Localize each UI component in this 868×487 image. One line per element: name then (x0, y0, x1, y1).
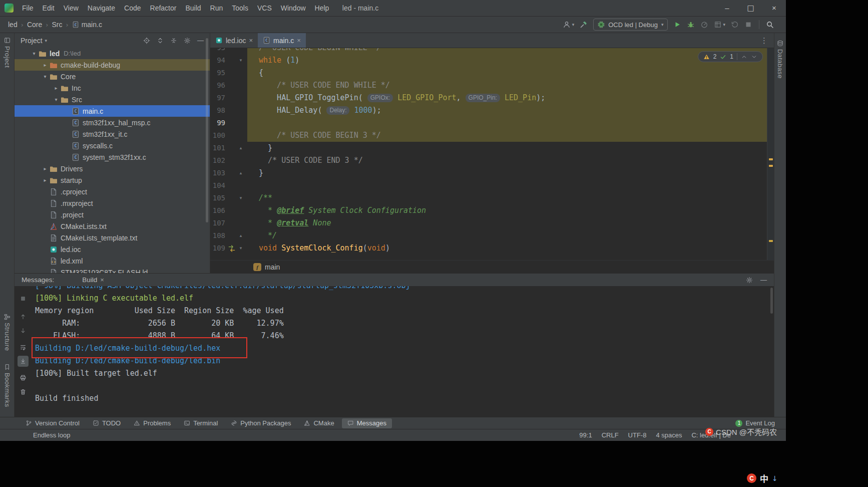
gutter-line-99[interactable]: 99 (210, 117, 247, 129)
toolwindow-button-problems[interactable]: Problems (128, 418, 176, 428)
status-widget[interactable]: CRLF (602, 431, 619, 439)
tree-item-led.xml[interactable]: led.xml (15, 255, 210, 267)
chevron-right-icon[interactable]: ▸ (41, 177, 50, 183)
menu-help[interactable]: Help (310, 0, 334, 16)
toolwindow-button-python-packages[interactable]: Python Packages (225, 418, 296, 428)
close-icon[interactable]: × (100, 277, 104, 283)
gutter-line-94[interactable]: 94▾ (210, 54, 247, 67)
tree-scrollbar[interactable] (206, 38, 208, 222)
menu-window[interactable]: Window (276, 0, 310, 16)
debug-button[interactable] (687, 21, 695, 29)
warning-count[interactable]: 2 (713, 53, 717, 60)
stripe-button-bookmarks[interactable]: Bookmarks (0, 364, 14, 407)
fold-marker-icon[interactable]: ▾ (236, 192, 245, 204)
tree-item-stm32f1xx_it.c[interactable]: Cstm32f1xx_it.c (15, 128, 210, 140)
gutter-line-93[interactable]: 93 (210, 48, 247, 54)
tree-item-led[interactable]: ▾ledD:\led (15, 48, 210, 59)
gutter-line-96[interactable]: 96 (210, 79, 247, 92)
gutter-line-100[interactable]: 100 (210, 129, 247, 142)
menu-view[interactable]: View (59, 0, 83, 16)
breadcrumb-item-Src[interactable]: Src (52, 21, 62, 29)
toolwindow-button-terminal[interactable]: Terminal (178, 418, 223, 428)
editor-tab-main.c[interactable]: Cmain.c× (258, 33, 306, 48)
gutter-line-103[interactable]: 103▴ (210, 167, 247, 179)
tree-item-CMakeLists.txt[interactable]: CMakeLists.txt (15, 220, 210, 232)
breadcrumb-function[interactable]: main (265, 263, 280, 271)
chevron-right-icon[interactable]: ▸ (52, 85, 61, 91)
tree-item-.project[interactable]: .project (15, 209, 210, 220)
gutter-line-108[interactable]: 108▴ (210, 229, 247, 242)
stripe-button-database[interactable]: Database (774, 40, 786, 79)
toolwindow-button-version-control[interactable]: Version Control (20, 418, 85, 428)
gutter-line-105[interactable]: 105▾ (210, 192, 247, 204)
rerun-icon[interactable] (731, 21, 739, 29)
fold-marker-icon[interactable]: ▾ (236, 242, 245, 255)
build-console[interactable]: [ 98%] Building ASM object CMakeFiles/le… (31, 286, 769, 417)
chevron-down-icon[interactable]: ▾ (30, 51, 39, 56)
tree-item-CMakeLists_template.txt[interactable]: CMakeLists_template.txt (15, 232, 210, 243)
up-arrow-button[interactable] (18, 311, 29, 322)
next-issue-icon[interactable] (751, 54, 757, 60)
fold-marker-icon[interactable]: ▾ (236, 54, 245, 67)
menu-file[interactable]: File (18, 0, 38, 16)
breadcrumb-item-Core[interactable]: Core (27, 21, 42, 29)
menu-tools[interactable]: Tools (227, 0, 253, 16)
maximize-button[interactable]: □ (739, 0, 762, 16)
tree-item-Core[interactable]: ▾Core (15, 71, 210, 82)
expand-collapse-icon[interactable] (157, 37, 164, 44)
profiler-button[interactable] (700, 21, 708, 29)
stop-button[interactable] (744, 21, 752, 29)
gear-icon[interactable] (184, 37, 191, 44)
editor-body[interactable]: 93/* USER CODE BEGIN WHILE */94▾while (1… (210, 48, 774, 260)
close-icon[interactable]: × (249, 37, 253, 44)
down-arrow-button[interactable] (18, 325, 29, 336)
menu-code[interactable]: Code (120, 0, 145, 16)
minimize-button[interactable]: – (715, 0, 739, 16)
gutter-line-102[interactable]: 102 (210, 154, 247, 167)
warning-mark[interactable] (769, 158, 773, 160)
gear-icon[interactable] (746, 277, 753, 284)
toolwindow-button-todo[interactable]: TODO (87, 418, 126, 428)
gutter-line-109[interactable]: 109▾ (210, 242, 247, 255)
menu-run[interactable]: Run (206, 0, 228, 16)
run-configuration-select[interactable]: OCD led | Debug ▾ (593, 19, 668, 31)
clear-all-button[interactable] (18, 386, 29, 397)
gutter-line-107[interactable]: 107 (210, 217, 247, 229)
tree-item-syscalls.c[interactable]: Csyscalls.c (15, 140, 210, 151)
locate-file-icon[interactable] (143, 37, 150, 44)
editor-tab-led.ioc[interactable]: led.ioc× (210, 33, 258, 48)
close-button[interactable]: × (762, 0, 786, 16)
breadcrumb-item-main.c[interactable]: Cmain.c (72, 21, 102, 29)
build-hammer-icon[interactable] (580, 21, 588, 29)
tree-item-stm32f1xx_hal_msp.c[interactable]: Cstm32f1xx_hal_msp.c (15, 117, 210, 128)
print-button[interactable] (18, 372, 29, 383)
related-symbol-icon[interactable] (227, 242, 236, 255)
breadcrumb-item-led[interactable]: led (8, 21, 18, 29)
coverage-menu[interactable]: ▾ (714, 21, 725, 29)
run-button[interactable] (673, 21, 681, 29)
tree-item-Drivers[interactable]: ▸Drivers (15, 163, 210, 174)
user-menu[interactable]: ▾ (563, 21, 575, 29)
chevron-right-icon[interactable]: ▸ (41, 62, 50, 68)
tree-item-led.ioc[interactable]: led.ioc (15, 243, 210, 255)
chevron-right-icon[interactable]: ▸ (41, 166, 50, 171)
gutter-line-101[interactable]: 101▴ (210, 142, 247, 154)
chevron-down-icon[interactable]: ▾ (41, 74, 50, 79)
tree-item-startup[interactable]: ▸startup (15, 174, 210, 186)
gutter-line-106[interactable]: 106 (210, 204, 247, 217)
collapse-all-icon[interactable] (170, 37, 177, 44)
chevron-down-icon[interactable]: ▾ (52, 97, 61, 102)
tree-item-Inc[interactable]: ▸Inc (15, 82, 210, 94)
console-scrollbar[interactable] (770, 288, 773, 314)
status-widget[interactable]: 4 spaces (656, 431, 682, 439)
tree-item-.mxproject[interactable]: .mxproject (15, 197, 210, 209)
close-icon[interactable]: × (297, 37, 301, 44)
toolwindow-button-messages[interactable]: Messages (342, 418, 392, 428)
status-widget[interactable]: 99:1 (579, 431, 592, 439)
menu-build[interactable]: Build (181, 0, 205, 16)
build-tab[interactable]: Build × (82, 276, 104, 284)
tree-item-Src[interactable]: ▾Src (15, 94, 210, 105)
menu-navigate[interactable]: Navigate (83, 0, 120, 16)
warning-mark[interactable] (769, 240, 773, 242)
gutter-line-104[interactable]: 104 (210, 179, 247, 192)
